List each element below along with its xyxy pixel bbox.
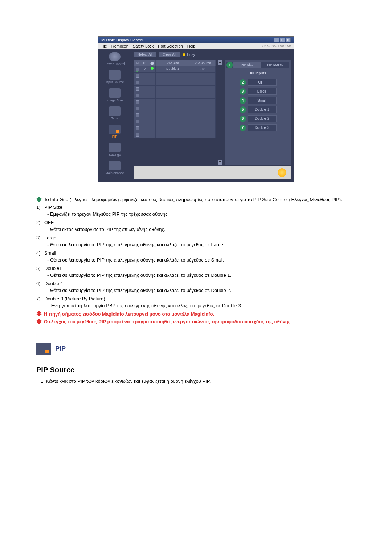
row-pip-size: Double 1 <box>156 66 190 72</box>
option-button[interactable]: Large <box>248 88 277 95</box>
row-pip-source: AV <box>190 66 216 72</box>
panel-tab-pip-source[interactable]: PIP Source <box>261 62 290 68</box>
app-window: Multiple Display Control - □ × File Remo… <box>98 36 294 182</box>
option-row: 6Double 2 <box>240 115 277 122</box>
grid-header-pip-source: PIP Source <box>190 60 216 66</box>
section-title: PIP <box>55 345 66 353</box>
table-row[interactable] <box>134 73 216 79</box>
option-button[interactable]: Double 2 <box>248 115 277 122</box>
row-checkbox[interactable] <box>134 79 141 85</box>
row-checkbox[interactable] <box>134 131 141 138</box>
brand-label: SAMSUNG DIGITall <box>262 44 291 48</box>
table-row[interactable] <box>134 118 216 125</box>
row-checkbox[interactable] <box>134 92 141 98</box>
grid-header-id: ID <box>141 60 148 66</box>
status-bar: ! <box>134 166 291 179</box>
step-text: Κάντε κλικ στο PIP των κύριων εικονιδίων… <box>46 378 211 384</box>
sidebar-item-label: Input Source <box>100 80 130 84</box>
option-row: 5Double 1 <box>240 106 277 113</box>
menu-file[interactable]: File <box>101 44 107 48</box>
row-checkbox[interactable] <box>134 99 141 105</box>
sidebar-item-time[interactable]: Time <box>100 106 130 120</box>
scroll-down-icon[interactable]: ▾ <box>218 160 222 165</box>
sidebar: Power Control Input Source Image Size Ti… <box>98 49 131 182</box>
row-checkbox[interactable] <box>134 73 141 79</box>
sidebar-item-label: Maintenance <box>100 171 130 175</box>
sidebar-item-power-control[interactable]: Power Control <box>100 52 130 66</box>
option-row: 3Large <box>240 88 277 95</box>
menu-safety-lock[interactable]: Safety Lock <box>133 44 154 48</box>
busy-indicator: Busy <box>183 53 195 57</box>
table-row[interactable] <box>134 86 216 92</box>
callout-badge: 4 <box>240 97 246 104</box>
table-row[interactable] <box>134 92 216 99</box>
sidebar-item-maintenance[interactable]: Maintenance <box>100 161 130 175</box>
input-source-icon <box>109 70 121 80</box>
settings-icon <box>109 143 121 152</box>
row-checkbox[interactable] <box>134 86 141 92</box>
step-1: 1. Κάντε κλικ στο PIP των κύριων εικονιδ… <box>36 378 356 384</box>
document-body: ✱ Το Info Grid (Πλέγμα Πληροφοριών) εμφα… <box>15 197 377 384</box>
table-row[interactable] <box>134 112 216 118</box>
star-icon: ✱ <box>36 319 42 324</box>
maximize-icon[interactable]: □ <box>280 38 285 42</box>
doc-list-item: 2)OFF- Θέτει εκτός λειτουργίας το PIP τη… <box>36 220 356 232</box>
doc-list-item: 3)Large- Θέτει σε λειτουργία το PIP της … <box>36 235 356 247</box>
sidebar-item-pip[interactable]: PIP <box>100 125 130 138</box>
step-number: 1. <box>41 378 45 384</box>
minimize-icon[interactable]: - <box>274 38 279 42</box>
grid-header-status: ⬤ <box>148 60 156 66</box>
row-checkbox[interactable] <box>134 125 141 131</box>
menu-port-selection[interactable]: Port Selection <box>158 44 183 48</box>
sidebar-item-settings[interactable]: Settings <box>100 143 130 157</box>
window-controls: - □ × <box>274 38 291 42</box>
sidebar-item-input-source[interactable]: Input Source <box>100 70 130 84</box>
titlebar: Multiple Display Control - □ × <box>98 37 294 43</box>
table-row[interactable] <box>134 125 216 131</box>
busy-dot-icon <box>183 53 185 56</box>
clear-all-button[interactable]: Clear All <box>159 52 180 57</box>
window-title: Multiple Display Control <box>101 38 143 42</box>
grid-scrollbar[interactable]: ▴ ▾ <box>218 60 223 165</box>
sidebar-item-label: Settings <box>100 153 130 157</box>
grid-header-pip-size: PIP Size <box>156 60 190 66</box>
option-button[interactable]: Double 3 <box>248 124 277 131</box>
option-button[interactable]: Double 1 <box>248 106 277 113</box>
table-row[interactable] <box>134 105 216 112</box>
doc-list-item: 1)PIP Size- Εμφανίζει το τρέχον Μέγεθος … <box>36 204 356 217</box>
table-row[interactable] <box>134 79 216 86</box>
menu-help[interactable]: Help <box>187 44 196 48</box>
callout-badge: 7 <box>240 125 246 131</box>
all-inputs-label: All Inputs <box>226 71 289 75</box>
info-grid: ☑ ID ⬤ PIP Size PIP Source 0Double 1AV <box>134 60 216 165</box>
option-button[interactable]: Small <box>248 97 277 104</box>
row-checkbox[interactable] <box>134 66 141 72</box>
table-row[interactable] <box>134 131 216 138</box>
row-checkbox[interactable] <box>134 118 141 125</box>
option-button[interactable]: OFF <box>248 79 277 86</box>
sidebar-item-label: Image Size <box>100 98 130 102</box>
doc-list-item: 7)Double 3 (Picture By Picture)– Ενεργοπ… <box>36 296 356 308</box>
pip-icon <box>109 125 121 134</box>
panel-tab-pip-size[interactable]: PIP Size <box>233 62 261 68</box>
warning-1: Η πηγή σήματος εισόδου MagicInfo λειτουρ… <box>44 311 214 317</box>
select-all-button[interactable]: Select All <box>134 52 156 57</box>
maintenance-icon <box>109 161 121 170</box>
sidebar-item-image-size[interactable]: Image Size <box>100 88 130 102</box>
doc-list-item: 6)Double2- Θέτει σε λειτουργία το PIP τη… <box>36 281 356 293</box>
scroll-up-icon[interactable]: ▴ <box>218 60 222 65</box>
menu-remocon[interactable]: Remocon <box>111 44 128 48</box>
sidebar-item-label: Time <box>100 117 130 120</box>
doc-list-item: 5)Double1- Θέτει σε λειτουργία το PIP τη… <box>36 266 356 278</box>
busy-label: Busy <box>187 53 195 57</box>
callout-badge: 2 <box>240 79 246 86</box>
intro-note: Το Info Grid (Πλέγμα Πληροφοριών) εμφανί… <box>44 197 342 202</box>
grid-header-checkbox[interactable]: ☑ <box>134 60 141 66</box>
table-row[interactable] <box>134 99 216 105</box>
image-size-icon <box>109 88 121 98</box>
row-checkbox[interactable] <box>134 112 141 118</box>
row-checkbox[interactable] <box>134 105 141 112</box>
table-row[interactable]: 0Double 1AV <box>134 66 216 73</box>
close-icon[interactable]: × <box>286 38 291 42</box>
doc-list-item: 4)Small- Θέτει σε λειτουργία το PIP της … <box>36 250 356 263</box>
